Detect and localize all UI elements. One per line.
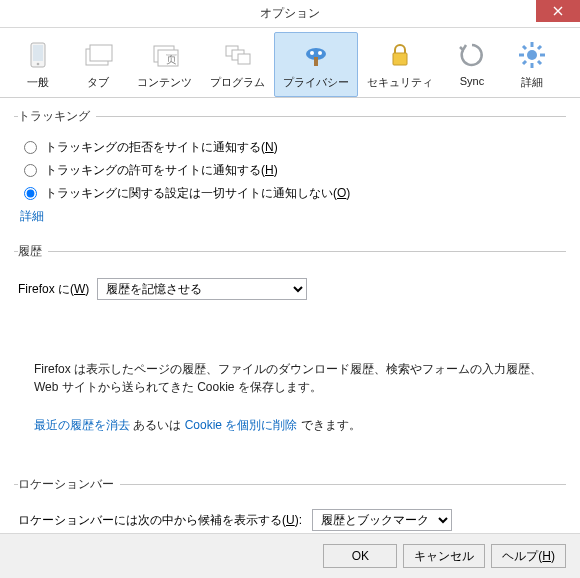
window-title: オプション (260, 5, 320, 22)
history-group: 履歴 Firefox に(W) 履歴を記憶させる Firefox は表示したペー… (14, 243, 566, 470)
tab-label: プログラム (210, 75, 265, 90)
security-icon (384, 39, 416, 71)
close-button[interactable] (536, 0, 580, 22)
svg-line-23 (538, 46, 541, 49)
cancel-button[interactable]: キャンセル (403, 544, 485, 568)
tracking-none-label: トラッキングに関する設定は一切サイトに通知しない(O) (45, 185, 350, 202)
tracking-group: トラッキング トラッキングの拒否をサイトに通知する(N) トラッキングの許可をサ… (14, 108, 566, 237)
svg-rect-12 (314, 57, 318, 66)
svg-text:页: 页 (166, 53, 177, 65)
tab-label: Sync (460, 75, 484, 87)
history-actions-line: 最近の履歴を消去 あるいは Cookie を個別に削除 できます。 (34, 416, 550, 434)
clear-history-link[interactable]: 最近の履歴を消去 (34, 418, 130, 432)
category-toolbar: 一般 タブ 页 コンテンツ プログラム プライバシー セキュリティ Sync 詳… (0, 28, 580, 98)
tracking-reject-label: トラッキングの拒否をサイトに通知する(N) (45, 139, 278, 156)
tracking-allow-row[interactable]: トラッキングの許可をサイトに通知する(H) (24, 162, 562, 179)
tab-label: コンテンツ (137, 75, 192, 90)
tab-sync[interactable]: Sync (442, 32, 502, 97)
svg-rect-4 (90, 45, 112, 61)
svg-rect-1 (33, 45, 43, 61)
tab-tabs[interactable]: タブ (68, 32, 128, 97)
tab-general[interactable]: 一般 (8, 32, 68, 97)
tracking-legend: トラッキング (18, 108, 96, 125)
svg-point-16 (527, 50, 537, 60)
close-icon (553, 6, 563, 16)
tab-privacy[interactable]: プライバシー (274, 32, 358, 97)
tab-security[interactable]: セキュリティ (358, 32, 442, 97)
tab-label: 一般 (27, 75, 49, 90)
history-legend: 履歴 (18, 243, 48, 260)
svg-point-14 (318, 51, 322, 55)
content-icon: 页 (149, 39, 181, 71)
help-button[interactable]: ヘルプ(H) (491, 544, 566, 568)
locationbar-label: ロケーションバーには次の中から候補を表示する(U): (18, 512, 302, 529)
ok-button[interactable]: OK (323, 544, 397, 568)
tab-content[interactable]: 页 コンテンツ (128, 32, 201, 97)
tracking-none-row[interactable]: トラッキングに関する設定は一切サイトに通知しない(O) (24, 185, 562, 202)
tab-advanced[interactable]: 詳細 (502, 32, 562, 97)
tab-label: セキュリティ (367, 75, 433, 90)
tracking-details-link[interactable]: 詳細 (20, 209, 44, 223)
tracking-reject-radio[interactable] (24, 141, 37, 154)
dialog-footer: OK キャンセル ヘルプ(H) (0, 533, 580, 578)
tabs-icon (82, 39, 114, 71)
programs-icon (222, 39, 254, 71)
tracking-none-radio[interactable] (24, 187, 37, 200)
privacy-icon (300, 39, 332, 71)
locationbar-legend: ロケーションバー (18, 476, 120, 493)
remove-cookies-link[interactable]: Cookie を個別に削除 (185, 418, 298, 432)
advanced-icon (516, 39, 548, 71)
tab-label: プライバシー (283, 75, 349, 90)
svg-rect-15 (393, 53, 407, 65)
svg-rect-10 (238, 54, 250, 64)
history-description: Firefox は表示したページの履歴、ファイルのダウンロード履歴、検索やフォー… (34, 360, 550, 396)
history-mode-label: Firefox に(W) (18, 281, 89, 298)
svg-line-22 (538, 61, 541, 64)
svg-point-2 (37, 63, 40, 66)
general-icon (22, 39, 54, 71)
svg-point-13 (310, 51, 314, 55)
tracking-reject-row[interactable]: トラッキングの拒否をサイトに通知する(N) (24, 139, 562, 156)
content-area: トラッキング トラッキングの拒否をサイトに通知する(N) トラッキングの許可をサ… (0, 98, 580, 559)
svg-line-21 (523, 46, 526, 49)
tab-programs[interactable]: プログラム (201, 32, 274, 97)
svg-line-24 (523, 61, 526, 64)
tracking-allow-radio[interactable] (24, 164, 37, 177)
sync-icon (456, 39, 488, 71)
history-mode-select[interactable]: 履歴を記憶させる (97, 278, 307, 300)
locationbar-select[interactable]: 履歴とブックマーク (312, 509, 452, 531)
tab-label: 詳細 (521, 75, 543, 90)
titlebar: オプション (0, 0, 580, 28)
tracking-allow-label: トラッキングの許可をサイトに通知する(H) (45, 162, 278, 179)
tab-label: タブ (87, 75, 109, 90)
